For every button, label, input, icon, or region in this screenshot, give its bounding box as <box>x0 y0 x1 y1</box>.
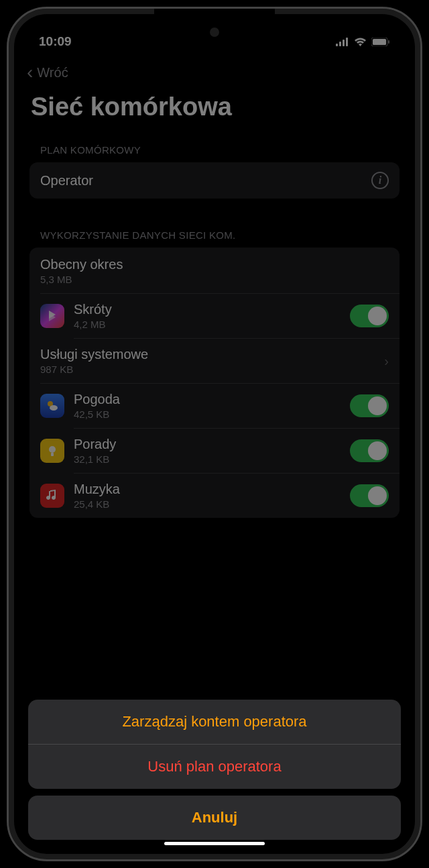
page-title: Sieć komórkowa <box>17 87 412 138</box>
svg-rect-10 <box>51 453 54 456</box>
cellular-signal-icon <box>336 38 349 46</box>
usage-cell-group: Obecny okres 5,3 MB Skróty 4,2 MB <box>29 248 400 518</box>
svg-point-8 <box>50 405 58 411</box>
cancel-button[interactable]: Anuluj <box>28 796 401 840</box>
svg-rect-1 <box>339 42 341 46</box>
phone-frame: 10:09 ‹ Wróć Sieć komórkowa PLAN KOMÓRKO… <box>7 7 422 861</box>
app-text: Skróty 4,2 MB <box>74 302 341 330</box>
app-text: Pogoda 42,5 KB <box>74 392 341 420</box>
sheet-group: Zarządzaj kontem operatora Usuń plan ope… <box>28 700 401 789</box>
app-text: Porady 32,1 KB <box>74 437 341 465</box>
toggle-shortcuts[interactable] <box>350 305 389 327</box>
camera-dot <box>210 28 219 37</box>
home-indicator[interactable] <box>164 842 265 845</box>
operator-label: Operator <box>40 173 362 188</box>
shortcuts-icon <box>40 304 64 328</box>
app-name: Muzyka <box>74 482 341 497</box>
app-text: Muzyka 25,4 KB <box>74 482 341 510</box>
tips-icon <box>40 439 64 463</box>
app-row-tips: Porady 32,1 KB <box>29 429 400 473</box>
svg-point-9 <box>49 446 56 453</box>
app-usage: 25,4 KB <box>74 498 341 510</box>
toggle-weather[interactable] <box>350 394 389 417</box>
toggle-music[interactable] <box>350 484 389 507</box>
wifi-icon <box>354 37 367 46</box>
screen: 10:09 ‹ Wróć Sieć komórkowa PLAN KOMÓRKO… <box>17 17 412 851</box>
svg-rect-2 <box>343 40 345 46</box>
operator-cell[interactable]: Operator i <box>29 162 400 199</box>
usage-section-header: WYKORZYSTANIE DANYCH SIECI KOM. <box>17 223 412 248</box>
remove-plan-button[interactable]: Usuń plan operatora <box>28 745 401 789</box>
app-usage: 4,2 MB <box>74 319 341 330</box>
app-usage: 32,1 KB <box>74 453 341 465</box>
svg-rect-3 <box>346 38 348 46</box>
svg-rect-5 <box>373 39 386 45</box>
weather-icon <box>40 394 64 418</box>
app-name: Porady <box>74 437 341 452</box>
toggle-tips[interactable] <box>350 439 389 462</box>
svg-rect-0 <box>336 44 338 46</box>
app-name: Skróty <box>74 302 341 317</box>
nav-bar: ‹ Wróć <box>17 54 412 87</box>
current-period-value: 5,3 MB <box>40 274 389 285</box>
app-row-weather: Pogoda 42,5 KB <box>29 384 400 428</box>
svg-rect-6 <box>388 40 389 44</box>
plan-section-header: PLAN KOMÓRKOWY <box>17 138 412 162</box>
system-services-cell[interactable]: Usługi systemowe 987 KB › <box>29 339 400 383</box>
status-icons <box>336 37 390 46</box>
app-name: Pogoda <box>74 392 341 407</box>
current-period-label: Obecny okres <box>40 257 389 272</box>
status-time: 10:09 <box>39 34 72 49</box>
battery-icon <box>371 38 390 46</box>
system-services-label: Usługi systemowe <box>40 347 375 362</box>
app-usage: 42,5 KB <box>74 409 341 420</box>
back-button-label[interactable]: Wróć <box>37 65 68 80</box>
plan-cell-group: Operator i <box>29 162 400 199</box>
app-text: Usługi systemowe 987 KB <box>40 347 375 375</box>
music-icon <box>40 484 64 508</box>
system-services-value: 987 KB <box>40 364 375 375</box>
app-row-music: Muzyka 25,4 KB <box>29 474 400 518</box>
current-period-cell: Obecny okres 5,3 MB <box>29 248 400 293</box>
app-row-shortcuts: Skróty 4,2 MB <box>29 294 400 338</box>
chevron-back-icon[interactable]: ‹ <box>27 63 33 82</box>
manage-account-button[interactable]: Zarządzaj kontem operatora <box>28 700 401 744</box>
info-icon[interactable]: i <box>371 172 389 189</box>
chevron-right-icon: › <box>384 354 389 369</box>
action-sheet: Zarządzaj kontem operatora Usuń plan ope… <box>28 700 401 840</box>
